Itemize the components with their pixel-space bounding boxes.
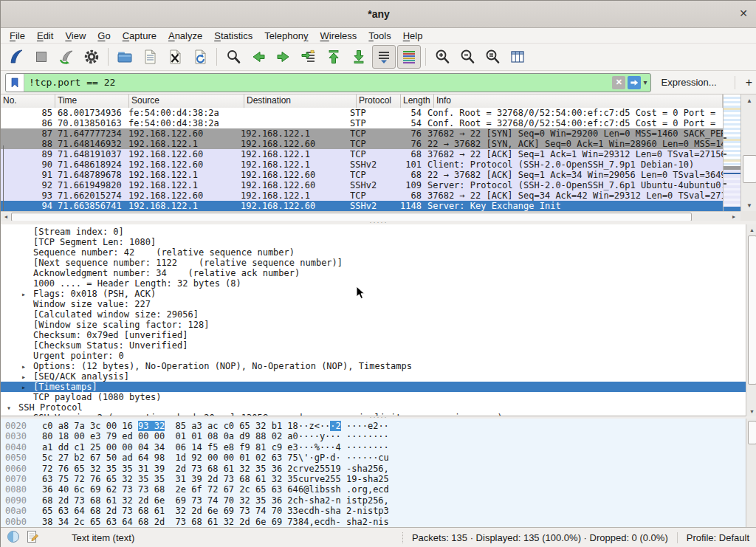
hex-row[interactable]: 0040a1 dd c1 25 00 00 04 34 06 14 f5 e8 … bbox=[1, 442, 756, 453]
bookmark-icon[interactable] bbox=[6, 74, 24, 92]
hex-ascii[interactable]: ···%···4 ········ bbox=[298, 442, 389, 453]
filter-input[interactable]: !tcp.port == 22 ✕ ▾ bbox=[5, 73, 651, 92]
hex-row[interactable]: 00505c 27 b2 67 50 ad 64 98 1d 92 00 00 … bbox=[1, 453, 756, 463]
hex-bytes[interactable]: c0 a8 7a 3c 00 16 93 32 85 a3 ac c0 65 3… bbox=[38, 421, 298, 431]
detail-line[interactable]: ▸ Options: (12 bytes), No-Operation (NOP… bbox=[1, 361, 756, 371]
zoom-original-button[interactable] bbox=[481, 45, 504, 69]
packet-row[interactable]: 90 71.648618924 192.168.122.60 192.168.1… bbox=[1, 159, 723, 170]
menu-item[interactable]: Capture bbox=[117, 29, 162, 43]
close-icon[interactable]: ✕ bbox=[739, 7, 748, 19]
hex-bytes[interactable]: a1 dd c1 25 00 00 04 34 06 14 f5 e8 f9 8… bbox=[38, 442, 298, 453]
resize-columns-button[interactable] bbox=[506, 45, 529, 69]
intelligent-scrollbar-minimap[interactable] bbox=[723, 94, 740, 211]
packet-row[interactable]: 93 71.662015274 192.168.122.60 192.168.1… bbox=[1, 190, 723, 201]
detail-line[interactable]: Acknowledgment number: 34 (relative ack … bbox=[1, 268, 756, 278]
hex-ascii[interactable]: rve25519 -sha256, bbox=[298, 464, 389, 474]
hex-ascii[interactable]: ····y··· ········ bbox=[298, 431, 389, 441]
filter-history-caret-icon[interactable]: ▾ bbox=[643, 78, 647, 86]
detail-line[interactable]: [Next sequence number: 1122 (relative se… bbox=[1, 258, 756, 268]
scroll-up-icon[interactable]: ▲ bbox=[741, 94, 756, 106]
hex-row[interactable]: 009068 2d 73 68 61 32 2d 6e 69 73 74 70 … bbox=[1, 495, 756, 506]
capture-comment-icon[interactable] bbox=[26, 530, 39, 546]
go-to-packet-button[interactable] bbox=[297, 45, 320, 69]
menu-item[interactable]: Wireless bbox=[315, 29, 363, 43]
capture-start-button[interactable] bbox=[4, 45, 28, 69]
hex-ascii[interactable]: h-sha2-n istp256, bbox=[298, 495, 389, 506]
colorize-toggle-button[interactable] bbox=[397, 45, 421, 69]
hex-scroll-thumb[interactable] bbox=[748, 421, 756, 444]
hex-bytes[interactable]: 72 76 65 32 35 35 31 39 2d 73 68 61 32 3… bbox=[38, 464, 298, 474]
detail-line[interactable]: ▸ Flags: 0x018 (PSH, ACK) bbox=[1, 289, 756, 299]
packet-row[interactable]: 87 71.647777234 192.168.122.60 192.168.1… bbox=[1, 128, 723, 139]
capture-restart-button[interactable] bbox=[55, 45, 78, 69]
menu-item[interactable]: Telephony bbox=[258, 29, 314, 43]
detail-line[interactable]: Sequence number: 42 (relative sequence n… bbox=[1, 247, 756, 258]
hex-vscrollbar[interactable] bbox=[746, 419, 756, 527]
menu-item[interactable]: Help bbox=[397, 29, 429, 43]
hex-ascii[interactable]: ecdh-sha 2-nistp3 bbox=[298, 506, 389, 516]
hex-row[interactable]: 0020c0 a8 7a 3c 00 16 93 32 85 a3 ac c0 … bbox=[1, 421, 756, 431]
hex-ascii[interactable]: \'·gP·d· ······cu bbox=[298, 453, 389, 463]
detail-line[interactable]: ▸ [Timestamps] bbox=[1, 382, 756, 392]
expander-icon[interactable]: ▸ bbox=[21, 373, 33, 381]
hex-row[interactable]: 003080 18 00 e3 79 ed 00 00 01 01 08 0a … bbox=[1, 431, 756, 441]
filter-apply-button[interactable] bbox=[628, 76, 641, 89]
zoom-in-button[interactable] bbox=[430, 45, 454, 69]
hex-bytes[interactable]: 80 18 00 e3 79 ed 00 00 01 01 08 0a d9 8… bbox=[38, 431, 298, 441]
menu-item[interactable]: Statistics bbox=[208, 29, 258, 43]
detail-line[interactable]: Urgent pointer: 0 bbox=[1, 351, 756, 361]
hex-bytes[interactable]: 5c 27 b2 67 50 ad 64 98 1d 92 00 00 01 0… bbox=[38, 453, 298, 463]
packet-list-vscrollbar[interactable]: ▲ ▼ bbox=[740, 94, 756, 211]
file-close-button[interactable] bbox=[163, 45, 187, 69]
scroll-down-icon[interactable]: ▼ bbox=[741, 199, 756, 211]
menu-item[interactable]: Tools bbox=[362, 29, 396, 43]
hex-ascii[interactable]: ··z<···2 ····e2·· bbox=[298, 421, 389, 431]
filter-clear-button[interactable]: ✕ bbox=[612, 76, 625, 89]
detail-line[interactable]: 1000 .... = Header Length: 32 bytes (8) bbox=[1, 278, 756, 289]
column-header-destination[interactable]: Destination bbox=[244, 94, 357, 108]
column-header-no[interactable]: No. bbox=[1, 94, 55, 108]
autoscroll-toggle-button[interactable] bbox=[372, 45, 396, 69]
hex-row[interactable]: 00b038 34 2c 65 63 64 68 2d 73 68 61 32 … bbox=[1, 517, 756, 527]
find-packet-button[interactable] bbox=[221, 45, 245, 69]
detail-line[interactable]: TCP payload (1080 bytes) bbox=[1, 392, 756, 402]
hex-bytes[interactable]: 63 75 72 76 65 32 35 35 31 39 2d 73 68 6… bbox=[38, 474, 298, 484]
zoom-out-button[interactable] bbox=[456, 45, 479, 69]
menu-item[interactable]: File bbox=[4, 29, 31, 43]
detail-line[interactable]: [Checksum Status: Unverified] bbox=[1, 340, 756, 351]
hex-bytes[interactable]: 65 63 64 68 2d 73 68 61 32 2d 6e 69 73 7… bbox=[38, 506, 298, 516]
column-header-time[interactable]: Time bbox=[55, 94, 129, 108]
detail-line[interactable]: [TCP Segment Len: 1080] bbox=[1, 237, 756, 247]
packet-row[interactable]: 91 71.648789678 192.168.122.1 192.168.12… bbox=[1, 170, 723, 180]
detail-line[interactable]: ▸ [SEQ/ACK analysis] bbox=[1, 371, 756, 382]
hex-row[interactable]: 007063 75 72 76 65 32 35 35 31 39 2d 73 … bbox=[1, 474, 756, 484]
expander-icon[interactable]: ▸ bbox=[21, 290, 33, 298]
hex-row[interactable]: 008036 40 6c 69 62 73 73 68 2e 6f 72 67 … bbox=[1, 484, 756, 495]
go-first-packet-button[interactable] bbox=[322, 45, 346, 69]
hex-bytes[interactable]: 38 34 2c 65 63 64 68 2d 73 68 61 32 2d 6… bbox=[38, 517, 298, 527]
vscrollbar-thumb[interactable] bbox=[743, 155, 756, 183]
scroll-up-icon[interactable]: ▲ bbox=[746, 224, 756, 235]
go-last-packet-button[interactable] bbox=[347, 45, 371, 69]
column-header-length[interactable]: Length bbox=[401, 94, 434, 108]
expander-icon[interactable]: ▸ bbox=[21, 362, 33, 371]
expander-icon[interactable]: ▾ bbox=[7, 404, 18, 412]
detail-line[interactable]: ▾ SSH Protocol bbox=[1, 402, 756, 413]
column-header-info[interactable]: Info bbox=[434, 94, 723, 108]
detail-line[interactable]: [Calculated window size: 29056] bbox=[1, 309, 756, 320]
filter-value[interactable]: !tcp.port == 22 bbox=[24, 77, 612, 88]
menu-item[interactable]: Analyze bbox=[162, 29, 208, 43]
menu-item[interactable]: View bbox=[59, 29, 92, 43]
detail-line[interactable]: [Stream index: 0] bbox=[1, 227, 756, 237]
file-reload-button[interactable] bbox=[188, 45, 212, 69]
go-forward-button[interactable] bbox=[272, 45, 295, 69]
capture-options-button[interactable] bbox=[80, 45, 103, 69]
hex-ascii[interactable]: curve255 19-sha25 bbox=[298, 474, 389, 484]
expression-button[interactable]: Expression... bbox=[662, 77, 717, 88]
menu-item[interactable]: Go bbox=[92, 29, 116, 43]
hex-row[interactable]: 00a065 63 64 68 2d 73 68 61 32 2d 6e 69 … bbox=[1, 506, 756, 516]
detail-line[interactable]: Window size value: 227 bbox=[1, 299, 756, 309]
detail-scroll-thumb[interactable] bbox=[748, 235, 756, 385]
hex-ascii[interactable]: 6@libssh .org,ecd bbox=[298, 484, 389, 495]
column-header-source[interactable]: Source bbox=[129, 94, 244, 108]
